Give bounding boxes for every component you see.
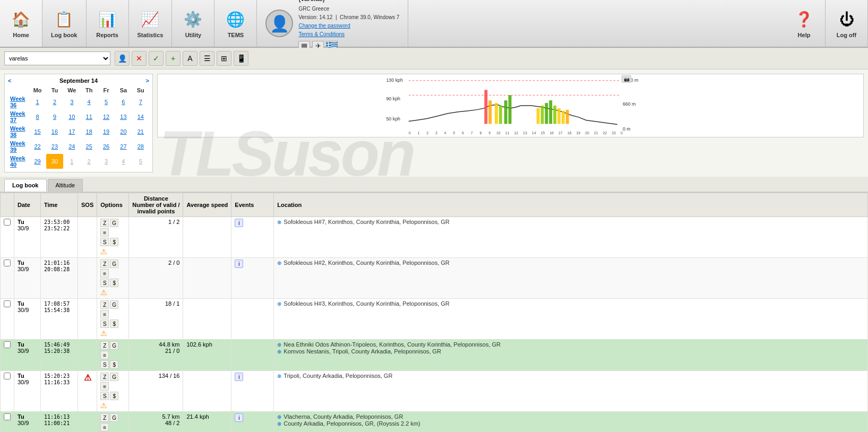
opt-menu-icon[interactable]: ≡ [100, 382, 109, 391]
opt-menu-icon[interactable]: ≡ [100, 228, 109, 237]
nav-reports[interactable]: 📊 Reports [87, 0, 129, 47]
nav-utility[interactable]: ⚙️ Utility [172, 0, 214, 47]
opt-s2-icon[interactable]: $ [110, 238, 118, 246]
cal-week-label[interactable]: Week 36 [8, 94, 29, 109]
cal-day[interactable]: 24 [63, 139, 80, 154]
row-checkbox[interactable] [4, 413, 11, 420]
nav-logoff[interactable]: ⏻ Log off [826, 0, 868, 47]
cal-day[interactable]: 4 [81, 94, 98, 109]
cal-day[interactable]: 23 [46, 139, 63, 154]
cal-day[interactable]: 15 [29, 124, 46, 139]
opt-g-icon[interactable]: G [110, 300, 118, 309]
opt-s2-icon[interactable]: $ [110, 279, 118, 287]
cal-week-label[interactable]: Week 37 [8, 109, 29, 124]
cal-day[interactable]: 11 [81, 109, 98, 124]
opt-z-icon[interactable]: Z [100, 260, 109, 268]
opt-z-icon[interactable]: Z [100, 341, 109, 350]
opt-s2-icon[interactable]: $ [110, 360, 118, 369]
opt-s2-icon[interactable]: $ [110, 319, 118, 328]
cal-day[interactable]: 16 [46, 124, 63, 139]
cal-day[interactable]: 7 [132, 94, 149, 109]
nav-statistics[interactable]: 📈 Statistics [129, 0, 173, 47]
row-checkbox[interactable] [4, 260, 11, 266]
info-event-icon[interactable]: i [235, 219, 243, 227]
info-event-icon[interactable]: i [235, 260, 243, 268]
opt-s1-icon[interactable]: S [100, 319, 109, 328]
toolbar-user-icon[interactable]: 👤 [115, 51, 130, 66]
cal-day[interactable]: 2 [81, 154, 98, 169]
opt-s1-icon[interactable]: S [100, 238, 109, 246]
user-selector[interactable]: varelas [4, 51, 110, 65]
cal-day[interactable]: 20 [115, 124, 132, 139]
opt-s2-icon[interactable]: $ [110, 392, 118, 400]
info-event-icon[interactable]: i [235, 373, 243, 381]
info-event-icon[interactable]: i [235, 413, 243, 422]
cal-day[interactable]: 9 [46, 109, 63, 124]
cal-day[interactable]: 6 [115, 94, 132, 109]
tab-altitude[interactable]: Altitude [48, 179, 83, 192]
row-checkbox[interactable] [4, 300, 11, 307]
cal-week-label[interactable]: Week 38 [8, 124, 29, 139]
nav-tems[interactable]: 🌐 TEMS [214, 0, 257, 47]
opt-menu-icon[interactable]: ≡ [100, 423, 109, 431]
cal-day[interactable]: 22 [29, 139, 46, 154]
cal-day[interactable]: 3 [98, 154, 115, 169]
opt-z-icon[interactable]: Z [100, 373, 109, 381]
nav-help[interactable]: ❓ Help [783, 0, 826, 47]
opt-menu-icon[interactable]: ≡ [100, 269, 109, 278]
cal-day[interactable]: 14 [132, 109, 149, 124]
opt-s1-icon[interactable]: S [100, 360, 109, 369]
cal-day[interactable]: 26 [98, 139, 115, 154]
toolbar-check-icon[interactable]: ✓ [149, 51, 164, 66]
cal-day[interactable]: 27 [115, 139, 132, 154]
cal-day[interactable]: 21 [132, 124, 149, 139]
cal-day[interactable]: 1 [63, 154, 80, 169]
cal-day[interactable]: 8 [29, 109, 46, 124]
cal-day[interactable]: 1 [29, 94, 46, 109]
toolbar-phone-icon[interactable]: 📱 [234, 51, 248, 66]
opt-s1-icon[interactable]: S [100, 392, 109, 400]
toolbar-list-icon[interactable]: ☰ [200, 51, 214, 66]
toolbar-grid-icon[interactable]: ⊞ [217, 51, 231, 66]
cal-day[interactable]: 10 [63, 109, 80, 124]
cal-day[interactable]: 2 [46, 94, 63, 109]
cal-day[interactable]: 5 [98, 94, 115, 109]
cal-day[interactable]: 28 [132, 139, 149, 154]
cal-day[interactable]: 4 [115, 154, 132, 169]
cal-day[interactable]: 3 [63, 94, 80, 109]
terms-link[interactable]: Terms & Conditions [298, 30, 399, 39]
cal-next[interactable]: > [146, 77, 149, 84]
change-password-link[interactable]: Change the password [298, 22, 399, 30]
cal-day[interactable]: 25 [81, 139, 98, 154]
tab-logbook[interactable]: Log book [4, 179, 47, 192]
nav-home[interactable]: 🏠 Home [0, 0, 42, 47]
cal-day[interactable]: 5 [132, 154, 149, 169]
cal-day[interactable]: 19 [98, 124, 115, 139]
opt-g-icon[interactable]: G [110, 373, 118, 381]
opt-g-icon[interactable]: G [110, 219, 118, 227]
cal-week-label[interactable]: Week 39 [8, 139, 29, 154]
opt-z-icon[interactable]: Z [100, 219, 109, 227]
opt-z-icon[interactable]: Z [100, 300, 109, 309]
opt-g-icon[interactable]: G [110, 341, 118, 350]
cal-week-label[interactable]: Week 40 [8, 154, 29, 169]
opt-z-icon[interactable]: Z [100, 413, 109, 422]
cal-day[interactable]: 18 [81, 124, 98, 139]
cal-day[interactable]: 12 [98, 109, 115, 124]
row-checkbox[interactable] [4, 341, 11, 348]
cal-day[interactable]: 29 [29, 154, 46, 169]
opt-g-icon[interactable]: G [110, 260, 118, 268]
opt-g-icon[interactable]: G [110, 413, 118, 422]
toolbar-add-icon[interactable]: + [166, 51, 181, 66]
row-checkbox[interactable] [4, 219, 11, 226]
nav-logbook[interactable]: 📋 Log book [42, 0, 87, 47]
cal-day[interactable]: 13 [115, 109, 132, 124]
opt-menu-icon[interactable]: ≡ [100, 351, 109, 359]
row-checkbox[interactable] [4, 373, 11, 379]
cal-prev[interactable]: < [8, 77, 11, 84]
cal-day[interactable]: 17 [63, 124, 80, 139]
opt-s1-icon[interactable]: S [100, 279, 109, 287]
cal-day[interactable]: 30 [46, 154, 63, 169]
toolbar-remove-icon[interactable]: ✕ [132, 51, 147, 66]
toolbar-text-icon[interactable]: A [183, 51, 197, 66]
